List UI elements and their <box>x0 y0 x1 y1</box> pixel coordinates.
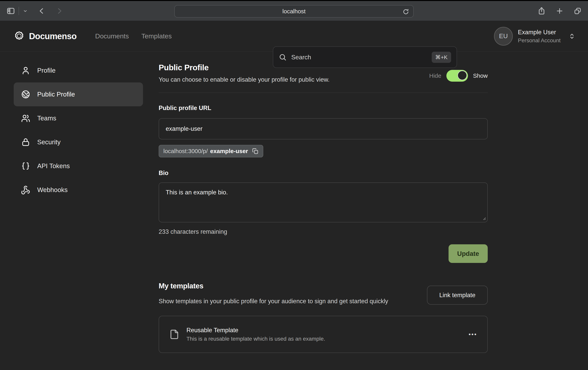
nav-templates[interactable]: Templates <box>141 32 172 40</box>
my-templates-title: My templates <box>159 282 388 290</box>
template-description: This is a reusable template which is use… <box>187 336 469 342</box>
chevron-down-icon[interactable] <box>22 8 28 14</box>
sidebar-item-label: API Tokens <box>37 162 70 170</box>
toggle-hide-label: Hide <box>429 72 441 79</box>
search-icon <box>279 53 287 61</box>
brand-logo[interactable]: Documenso <box>14 31 77 42</box>
public-profile-settings: Public Profile You can choose to enable … <box>159 59 488 353</box>
forward-icon[interactable] <box>55 7 64 15</box>
globe-icon <box>21 90 30 99</box>
template-row: Reusable Template This is a reusable tem… <box>159 316 488 353</box>
resize-handle-icon[interactable] <box>481 215 486 220</box>
user-name: Example User <box>518 29 561 36</box>
sidebar-item-public-profile[interactable]: Public Profile <box>14 82 143 106</box>
nav-documents[interactable]: Documents <box>95 32 129 40</box>
back-icon[interactable] <box>37 7 46 15</box>
user-icon <box>21 66 30 75</box>
chevrons-up-down-icon <box>568 32 576 40</box>
user-account-type: Personal Account <box>518 37 561 44</box>
sidebar-toggle-icon[interactable] <box>6 7 15 15</box>
sidebar-item-label: Teams <box>37 114 56 122</box>
sidebar-item-label: Security <box>37 138 61 146</box>
sidebar-item-api-tokens[interactable]: API Tokens <box>14 154 143 178</box>
search-input[interactable]: Search ⌘+K <box>273 46 457 68</box>
sidebar-item-teams[interactable]: Teams <box>14 106 143 130</box>
section-divider <box>159 92 488 93</box>
users-icon <box>21 114 30 123</box>
template-title: Reusable Template <box>187 327 469 334</box>
sidebar-item-security[interactable]: Security <box>14 130 143 154</box>
browser-chrome: localhost <box>0 0 588 21</box>
toolbar-divider <box>19 7 19 15</box>
refresh-icon[interactable] <box>402 8 409 15</box>
sidebar-item-profile[interactable]: Profile <box>14 59 143 82</box>
my-templates-description: Show templates in your public profile fo… <box>159 296 388 306</box>
new-tab-icon[interactable] <box>556 7 564 15</box>
braces-icon <box>21 162 30 171</box>
bio-field-label: Bio <box>159 170 488 177</box>
user-menu[interactable]: EU Example User Personal Account <box>494 21 576 51</box>
lock-icon <box>21 138 30 147</box>
sidebar-item-label: Public Profile <box>37 91 75 98</box>
share-icon[interactable] <box>537 7 546 15</box>
search-placeholder: Search <box>291 54 432 61</box>
avatar: EU <box>494 27 513 46</box>
top-nav: Documents Templates <box>95 32 172 40</box>
profile-url-preview-chip[interactable]: localhost:3000/p/ example-user <box>159 145 263 157</box>
ellipsis-menu-icon[interactable]: ••• <box>469 331 477 338</box>
address-bar-url: localhost <box>283 8 305 15</box>
sidebar-item-webhooks[interactable]: Webhooks <box>14 178 143 202</box>
webhook-icon <box>21 185 30 195</box>
url-preview-prefix: localhost:3000/p/ <box>163 148 208 154</box>
tab-overview-icon[interactable] <box>574 7 582 15</box>
profile-url-input[interactable] <box>159 118 488 139</box>
toggle-knob <box>458 71 467 80</box>
update-button[interactable]: Update <box>449 244 488 263</box>
sidebar-item-label: Webhooks <box>37 186 68 194</box>
app-header: Documenso Documents Templates Search ⌘+K… <box>0 21 588 51</box>
page-subtitle: You can choose to enable or disable your… <box>159 76 330 84</box>
profile-visibility-toggle[interactable] <box>446 70 468 82</box>
toggle-show-label: Show <box>473 72 488 79</box>
url-preview-slug: example-user <box>210 148 248 154</box>
address-bar[interactable]: localhost <box>174 5 414 18</box>
copy-icon[interactable] <box>252 148 259 154</box>
file-icon <box>169 329 179 339</box>
characters-remaining: 233 characters remaining <box>159 228 488 235</box>
documenso-logo-icon <box>14 31 25 42</box>
brand-name: Documenso <box>29 31 77 41</box>
search-shortcut-badge: ⌘+K <box>432 52 451 63</box>
url-field-label: Public profile URL <box>159 104 488 112</box>
link-template-button[interactable]: Link template <box>427 286 488 305</box>
sidebar-item-label: Profile <box>37 67 56 74</box>
settings-sidebar: Profile Public Profile Teams Security AP… <box>14 59 143 353</box>
bio-textarea[interactable]: This is an example bio. <box>159 183 488 222</box>
